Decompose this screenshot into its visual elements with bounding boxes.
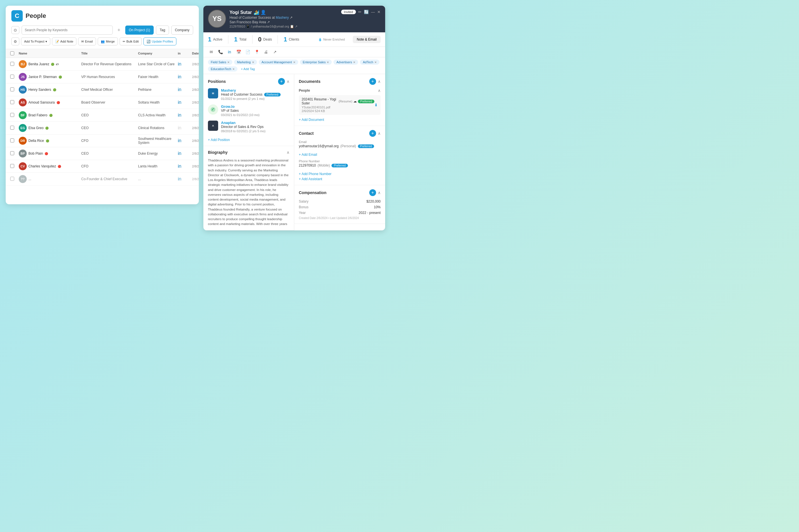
linkedin-icon[interactable]: in — [178, 126, 181, 130]
phone-icon[interactable]: 📞 — [217, 49, 224, 55]
collapse-contact-btn[interactable]: ∧ — [378, 131, 381, 136]
profile-contact: 212970910 📱 / yothamsutar16@ymail.org 📋 … — [230, 25, 297, 28]
add-button[interactable]: + — [115, 26, 123, 34]
invited-badge: Invited — [341, 10, 356, 14]
linkedin-icon[interactable]: in — [178, 100, 181, 105]
linkedin-icon[interactable]: in — [178, 61, 181, 66]
update-profiles-button[interactable]: 🔄 Update Profiles — [143, 37, 176, 45]
add-position-btn[interactable]: + — [278, 78, 285, 85]
company-filter[interactable]: Company — [171, 25, 193, 35]
map-icon[interactable]: 📍 — [253, 49, 260, 55]
position-date: 01/2022 to present (2 yrs 1 mo) — [221, 97, 289, 100]
position-company: Anaplan — [221, 120, 289, 125]
table-row[interactable]: JS Janice P. Sherman 🟢 VP Human Resource… — [6, 71, 199, 83]
add-assistant-link[interactable]: + Add Assistant — [299, 177, 322, 181]
table-row[interactable]: AS Amoud Sansoura 🔴 Board Observer Solta… — [6, 96, 199, 109]
row-checkbox[interactable] — [10, 177, 14, 181]
remove-tag-btn[interactable]: ✕ — [252, 61, 254, 64]
bulk-edit-button[interactable]: ✏ Bulk Edit — [120, 37, 142, 45]
table-row[interactable]: DR Della Rice 🟢 CFO Southwest Healthcare… — [6, 134, 199, 147]
linkedin-icon[interactable]: in — [178, 113, 181, 117]
share-icon[interactable]: ↗ — [272, 49, 278, 55]
collapse-biography-btn[interactable]: ∧ — [287, 150, 289, 155]
table-row[interactable]: HS Henry Sanders 🟢 Chief Medical Officer… — [6, 83, 199, 96]
merge-button[interactable]: 👥 Merge — [98, 37, 118, 45]
download-icon[interactable]: ⬇ — [374, 103, 378, 107]
add-tag-button[interactable]: + Add Tag — [239, 66, 256, 72]
row-checkbox[interactable] — [10, 62, 14, 66]
add-email-link[interactable]: + Add Email — [299, 153, 317, 157]
add-contact-btn[interactable]: + — [369, 130, 376, 137]
collapse-compensation-btn[interactable]: ∧ — [378, 190, 381, 195]
row-checkbox[interactable] — [10, 100, 14, 104]
year-row: Year 2022 - present — [299, 211, 381, 215]
row-checkbox[interactable] — [10, 151, 14, 155]
collapse-positions-btn[interactable]: ∧ — [287, 79, 289, 84]
on-project-filter[interactable]: On Project (1) — [125, 25, 154, 35]
document-icon[interactable]: 📄 — [244, 49, 251, 55]
person-company: Clinical Rotations — [138, 126, 178, 130]
row-checkbox[interactable] — [10, 75, 14, 79]
table-row[interactable]: CV Charles Vanquitez 🔴 CFO Lanta Health … — [6, 160, 199, 173]
filter-icon-btn[interactable]: ⊙ — [11, 26, 19, 34]
row-checkbox[interactable] — [10, 88, 14, 91]
row-checkbox[interactable] — [10, 164, 14, 168]
avatar: BJ — [19, 60, 27, 68]
remove-tag-btn[interactable]: ✕ — [353, 61, 355, 64]
table-row[interactable]: ?? ... Co-Founder & Chief Executive ... … — [6, 173, 199, 186]
stat-divider — [252, 35, 253, 44]
table-row[interactable]: BJ Benita Juarez 🟢 🏷 Director For Revenu… — [6, 58, 199, 71]
email-icon[interactable]: ✉ — [208, 49, 215, 55]
remove-tag-btn[interactable]: ✕ — [374, 61, 377, 64]
table-row[interactable]: EG Elsa Greo 🟢 CEO Clinical Rotations in… — [6, 122, 199, 134]
add-phone-link[interactable]: + Add Phone Number — [299, 172, 331, 176]
linkedin-icon[interactable]: in — [178, 164, 181, 169]
remove-tag-btn[interactable]: ✕ — [227, 61, 230, 64]
linkedin-icon[interactable]: in — [178, 151, 181, 156]
add-document-btn[interactable]: + — [369, 78, 376, 85]
note-email-button[interactable]: Note & Email — [353, 36, 381, 43]
company-link[interactable]: Mashery — [276, 16, 289, 20]
table-row[interactable]: BP Bob Plain 🔴 CEO Duke Energy in 2/8/20… — [6, 147, 199, 160]
person-company: Lanta Health — [138, 164, 178, 168]
edit-icon-btn[interactable]: ✏ — [358, 10, 362, 14]
linkedin-icon[interactable]: in — [178, 74, 181, 79]
badge-icon: 🔴 — [44, 152, 48, 155]
phone-label: Phone Number — [299, 159, 381, 163]
enriched-status: 💧 Never Enriched — [318, 38, 345, 41]
collapse-people-docs-btn[interactable]: ∧ — [378, 88, 381, 93]
print-icon[interactable]: 🖨 — [262, 49, 269, 55]
date-updated: 2/8/2024 — [192, 101, 199, 104]
add-compensation-btn[interactable]: + — [369, 189, 376, 196]
linkedin-icon[interactable]: in — [178, 138, 181, 143]
add-position-link[interactable]: + Add Position — [208, 138, 230, 142]
refresh-icon-btn[interactable]: 🔄 — [364, 10, 369, 14]
profile-info: Yogi Sutar 🏄 👤 Head of Customer Success … — [230, 10, 297, 28]
remove-tag-btn[interactable]: ✕ — [232, 68, 235, 71]
remove-tag-btn[interactable]: ✕ — [293, 61, 295, 64]
linkedin-icon[interactable]: in — [178, 176, 181, 181]
minimize-btn[interactable]: — — [371, 10, 375, 14]
position-date: 03/2021 to 01/2022 (10 mo) — [221, 113, 289, 117]
close-btn[interactable]: ✕ — [377, 10, 381, 14]
gear-button[interactable]: ⚙ — [11, 37, 19, 45]
linkedin-icon[interactable]: in — [178, 87, 181, 92]
calendar-icon[interactable]: 📅 — [235, 49, 242, 55]
add-document-link[interactable]: + Add Document — [299, 118, 324, 122]
row-checkbox[interactable] — [10, 126, 14, 130]
add-note-button[interactable]: 📝 Add Note — [52, 37, 76, 45]
email-button[interactable]: ✉ Email — [78, 37, 96, 45]
location-link-icon: ↗ — [267, 20, 270, 24]
date-updated: 2/8/2024 — [192, 88, 199, 91]
remove-tag-btn[interactable]: ✕ — [327, 61, 329, 64]
collapse-documents-btn[interactable]: ∧ — [378, 79, 381, 84]
add-to-project-button[interactable]: Add To Project ▾ — [21, 37, 50, 45]
search-input[interactable] — [22, 25, 113, 35]
table-row[interactable]: BF Brad Fabero 🟢 CEO CLS Activa Health i… — [6, 109, 199, 122]
row-checkbox[interactable] — [10, 138, 14, 142]
person-title: VP Human Resources — [81, 75, 138, 79]
linkedin-icon[interactable]: in — [226, 49, 233, 55]
row-checkbox[interactable] — [10, 113, 14, 117]
tag-filter[interactable]: Tag — [156, 25, 169, 35]
select-all-checkbox[interactable] — [10, 51, 14, 55]
